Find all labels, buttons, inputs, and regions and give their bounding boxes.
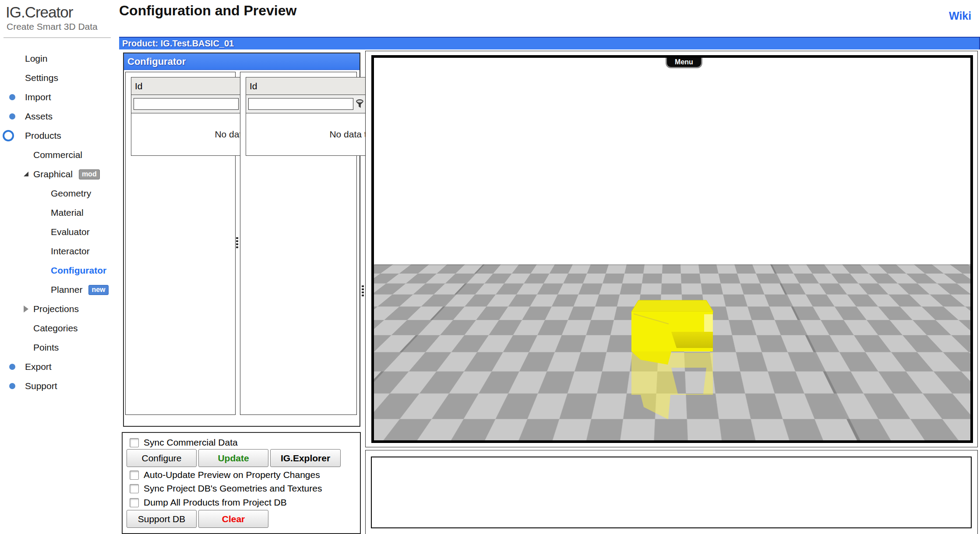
- configurator-panel-title: Configurator: [124, 53, 360, 70]
- configure-button[interactable]: Configure: [127, 449, 197, 467]
- app-tagline: Create Smart 3D Data: [7, 21, 113, 32]
- checkbox-label: Auto-Update Preview on Property Changes: [144, 470, 320, 480]
- support-db-button[interactable]: Support DB: [127, 510, 197, 528]
- sidebar-item-label: Login: [25, 53, 47, 64]
- sidebar-item-label: Commercial: [33, 150, 82, 160]
- menu-button[interactable]: Menu: [666, 58, 702, 68]
- sidebar-item-label: Graphical: [33, 169, 73, 179]
- sidebar-nav: Login Settings Import Assets Product: [0, 49, 113, 396]
- main-splitter-handle[interactable]: [362, 285, 364, 297]
- ig-explorer-button[interactable]: IG.Explorer: [270, 449, 341, 467]
- configurator-panel: Configurator Id Property (Value): [123, 53, 360, 427]
- log-panel: [365, 450, 978, 534]
- sidebar-item[interactable]: Settings: [0, 68, 113, 88]
- product-bar: Product: IG.Test.BASIC_01: [119, 37, 980, 49]
- sidebar-item-label: Export: [25, 362, 52, 372]
- sidebar-item[interactable]: Material: [0, 203, 113, 222]
- product-3d-object: [374, 58, 970, 440]
- log-output[interactable]: [371, 457, 972, 528]
- clear-button[interactable]: Clear: [198, 510, 268, 528]
- sidebar-item[interactable]: Planner new: [0, 280, 113, 299]
- status-badge: new: [88, 285, 108, 295]
- sidebar-item[interactable]: Evaluator: [0, 222, 113, 242]
- value-grid-panel: Id Value: [240, 72, 357, 415]
- dot-icon: [9, 364, 15, 370]
- sidebar-item-label: Points: [33, 342, 59, 353]
- sidebar-item[interactable]: Interactor: [0, 242, 113, 261]
- id-filter-input[interactable]: [134, 98, 239, 110]
- sidebar-item-label: Planner: [51, 285, 82, 295]
- sidebar-item-label: Material: [51, 207, 84, 218]
- sidebar-item[interactable]: Login: [0, 49, 113, 68]
- column-header-id[interactable]: Id: [131, 77, 252, 95]
- sidebar-item[interactable]: Projections: [0, 299, 113, 319]
- filter-funnel-icon[interactable]: [356, 99, 364, 109]
- sidebar-item-label: Categories: [33, 323, 78, 334]
- sidebar-item[interactable]: Commercial: [0, 145, 113, 165]
- sidebar-divider: [4, 37, 111, 38]
- chevron-collapsed-icon: [24, 306, 28, 313]
- checkbox-label: Dump All Products from Project DB: [144, 497, 287, 508]
- preview-panel: Menu: [365, 51, 978, 447]
- wiki-link[interactable]: Wiki: [949, 10, 971, 22]
- checkbox-label: Sync Commercial Data: [144, 437, 238, 448]
- dot-icon: [9, 94, 15, 100]
- sidebar-item[interactable]: Points: [0, 338, 113, 357]
- sync-project-db-row: Sync Project DB's Geometries and Texture…: [130, 483, 322, 494]
- chevron-expanded-icon: [24, 172, 28, 176]
- sidebar-item[interactable]: Import: [0, 88, 113, 107]
- sidebar-item-label: Products: [25, 130, 61, 141]
- update-button[interactable]: Update: [198, 449, 268, 467]
- sidebar-item-label: Interactor: [51, 246, 90, 256]
- dot-icon: [9, 113, 15, 119]
- sidebar-item-label: Geometry: [51, 188, 91, 199]
- column-header-id[interactable]: Id: [246, 77, 367, 95]
- sync-project-db-checkbox[interactable]: [130, 484, 139, 493]
- status-badge: mod: [79, 169, 100, 179]
- sync-commercial-row: Sync Commercial Data: [130, 437, 238, 448]
- preview-3d-canvas[interactable]: Menu: [371, 55, 973, 443]
- sidebar-item[interactable]: Export: [0, 357, 113, 376]
- page: IG.Creator Create Smart 3D Data Login Se…: [0, 0, 980, 534]
- auto-update-checkbox[interactable]: [130, 471, 139, 480]
- dump-all-row: Dump All Products from Project DB: [130, 497, 287, 508]
- sidebar-item-label: Settings: [25, 73, 58, 83]
- id-filter-input[interactable]: [248, 98, 353, 110]
- sidebar-item[interactable]: Categories: [0, 319, 113, 338]
- sidebar-item[interactable]: Support: [0, 376, 113, 396]
- sidebar-item[interactable]: Configurator: [0, 261, 113, 280]
- sidebar-item-label: Import: [25, 92, 51, 102]
- actions-panel: Sync Commercial Data Configure Update IG…: [122, 432, 361, 534]
- sidebar-item-label: Configurator: [51, 265, 106, 276]
- sidebar-item[interactable]: Geometry: [0, 184, 113, 203]
- sidebar-item-label: Evaluator: [51, 227, 90, 237]
- checkbox-label: Sync Project DB's Geometries and Texture…: [144, 483, 322, 494]
- property-grid-panel: Id Property (Value): [125, 72, 236, 415]
- dump-all-checkbox[interactable]: [130, 498, 139, 507]
- sidebar-item[interactable]: Graphical mod: [0, 165, 113, 184]
- sidebar-item-label: Projections: [33, 304, 79, 314]
- sidebar-item-label: Support: [25, 381, 57, 391]
- sidebar: IG.Creator Create Smart 3D Data Login Se…: [0, 0, 113, 534]
- page-title: Configuration and Preview: [119, 3, 296, 19]
- grid-splitter-handle[interactable]: [236, 237, 238, 249]
- app-logo: IG.Creator: [6, 4, 113, 21]
- sidebar-item[interactable]: Assets: [0, 107, 113, 126]
- sync-commercial-checkbox[interactable]: [130, 438, 139, 447]
- dot-icon: [9, 383, 15, 389]
- auto-update-row: Auto-Update Preview on Property Changes: [130, 470, 320, 480]
- sidebar-item-label: Assets: [25, 111, 53, 122]
- sidebar-item[interactable]: Products: [0, 126, 113, 145]
- ring-icon: [3, 130, 14, 141]
